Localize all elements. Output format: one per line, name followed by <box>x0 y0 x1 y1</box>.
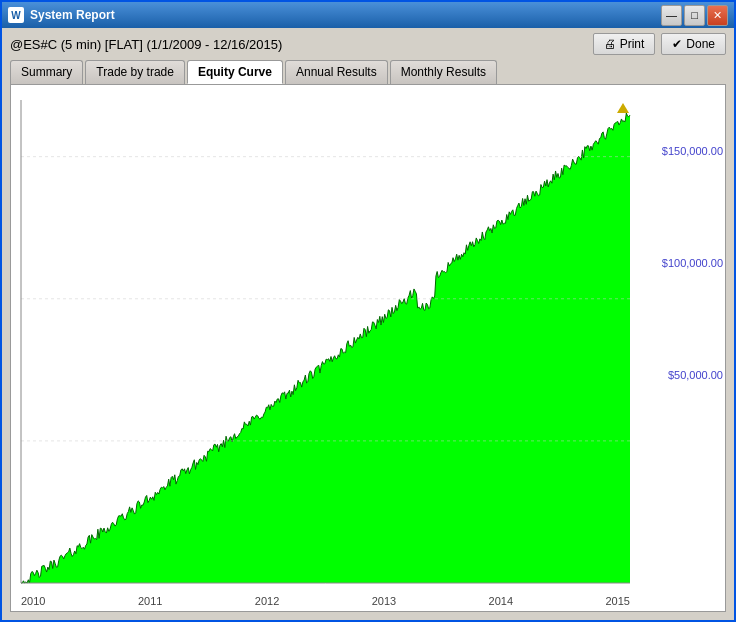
toolbar: @ES#C (5 min) [FLAT] (1/1/2009 - 12/16/2… <box>2 28 734 60</box>
minimize-button[interactable]: — <box>661 5 682 26</box>
tab-trade-by-trade[interactable]: Trade by trade <box>85 60 185 84</box>
tab-equity-curve[interactable]: Equity Curve <box>187 60 283 84</box>
system-report-window: W System Report — □ ✕ @ES#C (5 min) [FLA… <box>0 0 736 622</box>
content-area: $150,000.00 $100,000.00 $50,000.00 2010 … <box>10 84 726 612</box>
print-label: Print <box>620 37 645 51</box>
equity-curve-chart: $150,000.00 $100,000.00 $50,000.00 2010 … <box>11 85 725 611</box>
window-icon: W <box>8 7 24 23</box>
tab-annual-results[interactable]: Annual Results <box>285 60 388 84</box>
print-button[interactable]: 🖨 Print <box>593 33 656 55</box>
done-button[interactable]: ✔ Done <box>661 33 726 55</box>
tab-summary[interactable]: Summary <box>10 60 83 84</box>
chart-canvas <box>11 85 725 611</box>
maximize-button[interactable]: □ <box>684 5 705 26</box>
title-bar: W System Report — □ ✕ <box>2 2 734 28</box>
report-title: @ES#C (5 min) [FLAT] (1/1/2009 - 12/16/2… <box>10 37 585 52</box>
print-icon: 🖨 <box>604 37 616 51</box>
close-button[interactable]: ✕ <box>707 5 728 26</box>
window-title: System Report <box>30 8 661 22</box>
toolbar-buttons: 🖨 Print ✔ Done <box>593 33 726 55</box>
tab-bar: Summary Trade by trade Equity Curve Annu… <box>2 60 734 84</box>
done-icon: ✔ <box>672 37 682 51</box>
done-label: Done <box>686 37 715 51</box>
tab-monthly-results[interactable]: Monthly Results <box>390 60 497 84</box>
window-controls: — □ ✕ <box>661 5 728 26</box>
peak-marker <box>617 103 629 113</box>
